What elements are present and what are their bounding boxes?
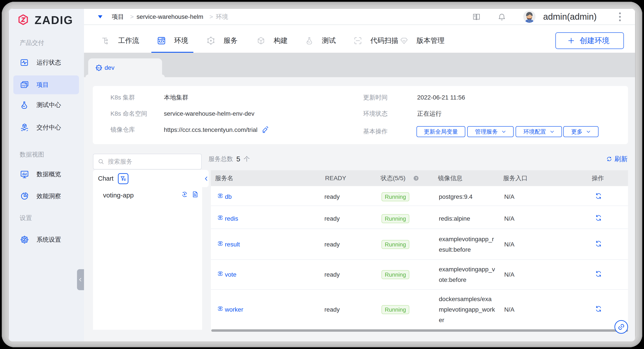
svg-text:?: ? (415, 176, 417, 180)
svg-text:HELM: HELM (97, 67, 102, 69)
